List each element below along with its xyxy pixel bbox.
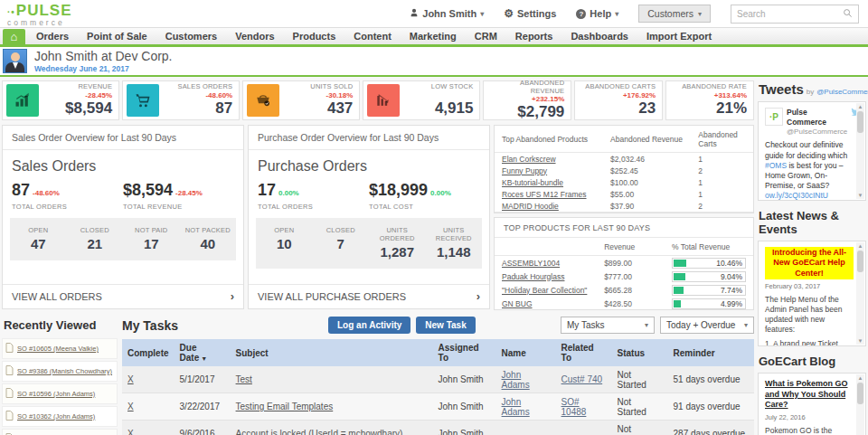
column-header-reminder[interactable]: Reminder	[668, 339, 754, 366]
nav-item[interactable]: Vendors	[226, 28, 283, 44]
product-link[interactable]: Elan Corkscrew	[502, 155, 556, 164]
nav-item[interactable]: Reports	[506, 28, 562, 44]
nav-item[interactable]: Content	[344, 28, 401, 44]
sales-stat: NOT PACKED 40	[180, 226, 237, 251]
twitter-handle-link[interactable]: @PulseCommerce	[816, 88, 868, 96]
logo-text: ·•PULSE	[7, 3, 72, 18]
blog-card-scrollbar[interactable]: ▲▼	[856, 374, 864, 435]
task-related-link[interactable]: Cust# 740	[561, 374, 603, 384]
task-related-link[interactable]: SO# 10488	[561, 397, 587, 417]
search-icon[interactable]	[843, 8, 853, 20]
product-link[interactable]: Roces UFS M12 Frames	[502, 190, 587, 199]
column-header-due-date[interactable]: Due Date▼	[175, 339, 231, 366]
tweet-account-handle[interactable]: @PulseCommerce	[787, 128, 847, 137]
product-link[interactable]: GN BUG	[502, 299, 533, 308]
recently-viewed-link[interactable]: SO #9386 (Manish Chowdhary)	[17, 367, 112, 375]
task-reminder: 287 days overdue	[668, 421, 754, 435]
task-name-link[interactable]: John Adams	[502, 397, 530, 417]
kpi-low-stock[interactable]: LOW STOCK 4,915	[363, 80, 480, 120]
nav-item[interactable]: Marketing	[401, 28, 466, 44]
recently-viewed-item[interactable]: SO #10605 (Meena Valkie)	[2, 338, 118, 359]
complete-task-link[interactable]: X	[127, 429, 134, 435]
nav-item[interactable]: Dashboards	[561, 28, 637, 44]
column-header: Abandoned Revenue	[603, 126, 691, 153]
blog-post-title-link[interactable]: What is Pokemon GO and Why You Should Ca…	[765, 379, 854, 411]
nav-item[interactable]: Customers	[156, 28, 226, 44]
nav-item[interactable]: Point of Sale	[78, 28, 156, 44]
column-header: Top Abandoned Products	[495, 126, 603, 153]
view-all-orders-link[interactable]: VIEW ALL ORDERS ›	[3, 284, 243, 308]
recently-viewed-item[interactable]: SO #10596 (John Adams)	[2, 383, 118, 404]
user-icon	[410, 8, 419, 19]
task-subject-link[interactable]: Account is locked (UserId = mchowdhary)	[236, 429, 403, 435]
top-products-title: TOP PRODUCTS FOR LAST 90 DAYS	[495, 218, 753, 238]
complete-task-link[interactable]: X	[127, 374, 134, 384]
log-an-activity-button[interactable]: Log an Activity	[328, 317, 410, 334]
sales-stat: NOT PAID 17	[123, 226, 180, 251]
news-headline-link[interactable]: Introducing the All-New GoECart Help Cen…	[765, 247, 854, 279]
column-header-related-to[interactable]: Related To	[556, 339, 612, 366]
tweet-card-scrollbar[interactable]: ▲▼	[856, 103, 864, 199]
task-type-dropdown[interactable]: My Tasks ▾	[561, 317, 655, 334]
news-date: February 03, 2017	[765, 282, 854, 291]
product-link[interactable]: MADRID Hoodie	[502, 202, 559, 211]
home-tab[interactable]: ⌂	[3, 29, 25, 44]
tweet-url-link[interactable]: ow.ly/3cQI30cINtU	[765, 191, 828, 200]
column-header-status[interactable]: Status	[612, 339, 668, 366]
task-subject-link[interactable]: Testing Email Templates	[236, 402, 334, 411]
user-name: John Smith	[422, 8, 476, 19]
nav-item[interactable]: Orders	[27, 28, 78, 44]
avatar[interactable]	[3, 49, 27, 73]
purchase-total: 170.00% TOTAL ORDERS	[258, 181, 369, 211]
recently-viewed-link[interactable]: SO #10596 (John Adams)	[17, 390, 95, 398]
news-card-scrollbar[interactable]: ▲▼	[856, 242, 864, 345]
task-assigned-to: John Smith	[433, 421, 496, 435]
column-header-assigned-to[interactable]: Assigned To	[433, 339, 496, 366]
task-range-dropdown[interactable]: Today + Overdue ▾	[660, 317, 754, 334]
product-link[interactable]: Funny Puppy	[502, 166, 547, 175]
kpi-sales-orders[interactable]: SALES ORDERS -48.60% 87	[122, 80, 240, 120]
kpi-units-sold[interactable]: UNITS SOLD -30.18% 437	[242, 80, 360, 120]
top-product-row: GN BUG $428.50 4.99%	[495, 297, 753, 310]
task-subject-link[interactable]: Test	[236, 374, 252, 384]
kpi-abandoned-rate[interactable]: ABANDONED RATE +313.64% 21%	[665, 80, 754, 120]
product-link[interactable]: ASSEMBLY1004	[502, 259, 560, 268]
help-menu[interactable]: ? Help ▾	[576, 8, 618, 19]
kpi-revenue[interactable]: REVENUE -28.45% $8,594	[2, 80, 119, 120]
nav-item[interactable]: Import Export	[637, 28, 721, 44]
recently-viewed-item[interactable]: SO #10604 (John Adams)	[2, 429, 118, 435]
task-name-link[interactable]: John Adams	[502, 370, 530, 390]
document-icon	[5, 411, 14, 422]
task-row: X 5/1/2017 Test John Smith John Adams Cu…	[122, 366, 754, 393]
column-header-subject[interactable]: Subject	[231, 339, 433, 366]
recently-viewed-link[interactable]: SO #10362 (John Adams)	[17, 412, 95, 421]
column-header-complete[interactable]: Complete	[122, 339, 175, 366]
nav-item[interactable]: Products	[284, 28, 345, 44]
view-all-purchase-orders-link[interactable]: VIEW ALL PURCHASE ORDERS ›	[249, 284, 489, 308]
search-input[interactable]	[737, 9, 843, 19]
product-link[interactable]: KB-tutorial-bundle	[502, 178, 563, 187]
kpi-abandoned-revenue[interactable]: ABANDONED REVENUE +232.15% $2,799	[483, 80, 571, 120]
view-all-abandoned-carts-link[interactable]: VIEW ALL ABANDONED CARTS ›	[495, 212, 753, 213]
hashtag-link[interactable]: #OMS	[765, 161, 787, 170]
gear-icon: ⚙	[504, 7, 514, 20]
product-link[interactable]: "Holiday Bear Collection"	[502, 286, 587, 295]
document-icon	[5, 343, 14, 355]
pulse-commerce-logo[interactable]: ·•PULSE commerce	[7, 3, 72, 27]
my-tasks-heading: My Tasks	[122, 318, 178, 333]
recently-viewed-link[interactable]: SO #10605 (Meena Valkie)	[17, 345, 99, 353]
settings-menu[interactable]: ⚙ Settings	[504, 7, 556, 20]
complete-task-link[interactable]: X	[127, 402, 134, 411]
product-link[interactable]: Paduak Hourglass	[502, 272, 564, 281]
search-scope-dropdown[interactable]: Customers ▾	[638, 5, 711, 23]
identity-bar: John Smith at Dev Corp. Wednesday June 2…	[0, 47, 868, 77]
column-header-name[interactable]: Name	[496, 339, 556, 366]
recently-viewed-item[interactable]: SO #10362 (John Adams)	[2, 406, 118, 427]
nav-item[interactable]: CRM	[466, 28, 506, 44]
recently-viewed-item[interactable]: SO #9386 (Manish Chowdhary)	[2, 361, 118, 382]
logo-subtext: commerce	[7, 19, 72, 27]
tweet-account-name[interactable]: Pulse Commerce	[787, 108, 847, 128]
kpi-abandoned-carts[interactable]: ABANDONED CARTS +176.92% 23	[574, 80, 663, 120]
new-task-button[interactable]: New Task	[416, 317, 475, 334]
user-menu[interactable]: John Smith ▾	[410, 8, 484, 19]
